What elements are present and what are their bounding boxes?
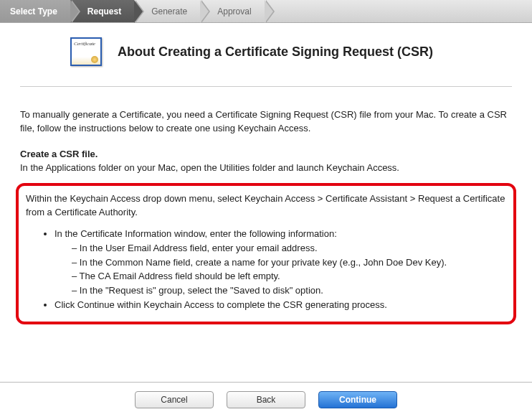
breadcrumb-label: Request bbox=[87, 6, 121, 17]
back-button[interactable]: Back bbox=[227, 391, 305, 408]
section-subtext: In the Applications folder on your Mac, … bbox=[20, 162, 512, 173]
breadcrumb-label: Approval bbox=[217, 6, 251, 17]
section-heading: Create a CSR file. bbox=[20, 149, 512, 159]
sub-list-item: In the User Email Address field, enter y… bbox=[72, 241, 506, 256]
continue-button[interactable]: Continue bbox=[318, 391, 397, 408]
sub-list-item: The CA Email Address field should be lef… bbox=[72, 269, 506, 284]
footer-buttons: Cancel Back Continue bbox=[0, 382, 532, 417]
sub-list-item: In the Common Name field, create a name … bbox=[72, 256, 506, 270]
main-content: Certificate About Creating a Certificate… bbox=[0, 23, 532, 332]
breadcrumb-label: Select Type bbox=[10, 6, 57, 17]
breadcrumb-label: Generate bbox=[151, 6, 187, 17]
certificate-icon: Certificate bbox=[70, 37, 102, 66]
certificate-seal-icon bbox=[91, 56, 98, 63]
sub-list-item: In the "Request is" group, select the "S… bbox=[72, 284, 506, 298]
intro-text: To manually generate a Certificate, you … bbox=[20, 108, 512, 136]
page-title: About Creating a Certificate Signing Req… bbox=[118, 44, 433, 60]
cancel-button[interactable]: Cancel bbox=[135, 391, 214, 408]
instructions-lead: Within the Keychain Access drop down men… bbox=[26, 192, 506, 220]
list-item-text: In the Certificate Information window, e… bbox=[54, 228, 337, 239]
list-item: Click Continue within Keychain Access to… bbox=[54, 298, 506, 312]
breadcrumb: Select Type Request Generate Approval bbox=[0, 0, 532, 23]
sub-list: In the User Email Address field, enter y… bbox=[54, 241, 506, 297]
instructions-list: In the Certificate Information window, e… bbox=[26, 227, 506, 312]
certificate-icon-label: Certificate bbox=[74, 41, 98, 47]
divider bbox=[20, 86, 512, 87]
header-row: Certificate About Creating a Certificate… bbox=[70, 37, 512, 66]
instructions-highlight: Within the Keychain Access drop down men… bbox=[16, 183, 516, 324]
list-item: In the Certificate Information window, e… bbox=[54, 227, 506, 298]
breadcrumb-step-select-type[interactable]: Select Type bbox=[0, 0, 70, 22]
